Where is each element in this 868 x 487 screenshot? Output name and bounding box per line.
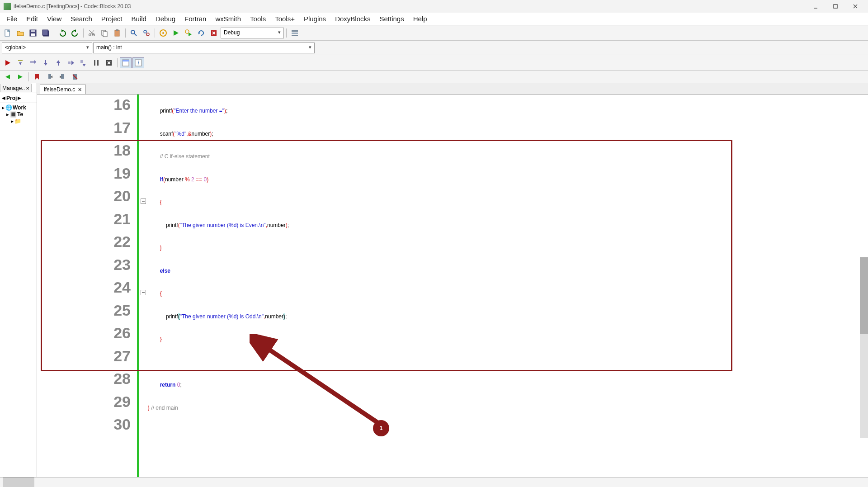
function-select[interactable]: main() : int — [93, 43, 315, 53]
forward-icon[interactable] — [14, 71, 26, 82]
info-icon[interactable]: i — [132, 57, 144, 68]
menu-doxyblocks[interactable]: DoxyBlocks — [330, 13, 375, 24]
menu-project[interactable]: Project — [97, 13, 127, 24]
menu-fortran[interactable]: Fortran — [180, 13, 211, 24]
rebuild-icon[interactable] — [195, 28, 207, 38]
line-number: 25 — [37, 302, 137, 325]
debug-continue-icon[interactable] — [2, 57, 14, 68]
manage-tab[interactable]: Manage..✕ — [0, 84, 32, 92]
code-line[interactable]: } — [148, 324, 868, 347]
code-line[interactable]: // C if-else statement — [148, 142, 868, 165]
menu-view[interactable]: View — [42, 13, 66, 24]
paste-icon[interactable] — [111, 28, 123, 38]
code-line[interactable] — [148, 347, 868, 370]
save-all-icon[interactable] — [40, 28, 52, 38]
svg-marker-11 — [74, 29, 76, 32]
menu-search[interactable]: Search — [66, 13, 97, 24]
minimize-button[interactable] — [807, 1, 825, 11]
find-icon[interactable] — [128, 28, 140, 38]
file-tab[interactable]: ifelseDemo.c ✕ — [40, 85, 86, 94]
back-icon[interactable] — [2, 71, 14, 82]
code-line[interactable]: return 0; — [148, 370, 868, 393]
close-icon[interactable]: ✕ — [78, 87, 82, 93]
prev-bookmark-icon[interactable] — [44, 71, 56, 82]
toolbar-main: Debug — [0, 25, 868, 41]
svg-marker-59 — [18, 75, 23, 79]
next-instr-icon[interactable] — [65, 57, 77, 68]
tree-item[interactable]: ▸📁 — [2, 118, 35, 124]
svg-rect-50 — [97, 60, 99, 66]
management-panel: Manage..✕ ◀ Proj ▶ ▸🌐Work▸🔳Te▸📁 — [0, 83, 37, 477]
close-icon[interactable]: ✕ — [26, 86, 29, 91]
code-line[interactable]: printf("The given number (%d) is Odd.\n"… — [148, 302, 868, 325]
menu-tools[interactable]: Tools — [245, 13, 270, 24]
menu-tools+[interactable]: Tools+ — [270, 13, 299, 24]
stop-debug-icon[interactable] — [103, 57, 115, 68]
step-into-instr-icon[interactable] — [78, 57, 90, 68]
code-editor[interactable]: 161718192021222324252627282930 printf("E… — [37, 95, 868, 477]
projects-tab-label[interactable]: Proj — [6, 95, 17, 101]
debug-windows-icon[interactable] — [120, 57, 132, 68]
next-bookmark-icon[interactable] — [57, 71, 68, 82]
code-line[interactable]: { — [148, 279, 868, 302]
next-line-icon[interactable] — [27, 57, 39, 68]
code-line[interactable]: scanf("%d",&number); — [148, 119, 868, 142]
redo-icon[interactable] — [69, 28, 81, 38]
save-icon[interactable] — [27, 28, 39, 38]
step-out-icon[interactable] — [52, 57, 64, 68]
code-body[interactable]: printf("Enter the number ="); scanf("%d"… — [139, 95, 868, 477]
replace-icon[interactable] — [141, 28, 152, 38]
close-button[interactable] — [846, 1, 864, 11]
svg-rect-49 — [94, 60, 95, 66]
show-options-icon[interactable] — [289, 28, 301, 38]
svg-rect-62 — [48, 74, 51, 79]
svg-marker-10 — [61, 29, 64, 32]
menu-wxsmith[interactable]: wxSmith — [211, 13, 245, 24]
line-number: 22 — [37, 233, 137, 256]
code-line[interactable]: { — [148, 187, 868, 210]
break-icon[interactable] — [90, 57, 102, 68]
chevron-left-icon[interactable]: ◀ — [2, 95, 5, 100]
run-icon[interactable] — [170, 28, 182, 38]
app-icon — [4, 3, 11, 10]
svg-rect-35 — [292, 35, 298, 36]
clear-bookmarks-icon[interactable] — [69, 71, 81, 82]
build-target-select[interactable]: Debug — [221, 28, 284, 38]
menu-settings[interactable]: Settings — [375, 13, 408, 24]
code-line[interactable]: } — [148, 233, 868, 256]
svg-marker-46 — [71, 61, 74, 65]
run-to-cursor-icon[interactable] — [14, 57, 26, 68]
code-line[interactable] — [148, 416, 868, 439]
code-line[interactable]: printf("Enter the number ="); — [148, 96, 868, 119]
new-file-icon[interactable] — [2, 28, 14, 38]
cut-icon[interactable] — [86, 28, 98, 38]
code-line[interactable]: else — [148, 256, 868, 279]
svg-rect-17 — [103, 32, 107, 37]
menu-help[interactable]: Help — [409, 13, 432, 24]
menu-edit[interactable]: Edit — [22, 13, 42, 24]
tree-item[interactable]: ▸🌐Work — [2, 104, 35, 111]
build-icon[interactable] — [157, 28, 169, 38]
code-line[interactable]: printf("The given number (%d) is Even.\n… — [148, 210, 868, 233]
status-tab[interactable] — [3, 477, 34, 487]
undo-icon[interactable] — [57, 28, 68, 38]
menu-bar: FileEditViewSearchProjectBuildDebugFortr… — [0, 13, 868, 25]
code-line[interactable]: } // end main — [148, 393, 868, 416]
menu-build[interactable]: Build — [127, 13, 151, 24]
scope-select[interactable]: <global> — [2, 43, 92, 53]
code-line[interactable]: if(number % 2 == 0) — [148, 165, 868, 188]
chevron-right-icon[interactable]: ▶ — [18, 95, 21, 100]
build-and-run-icon[interactable] — [183, 28, 194, 38]
toggle-bookmark-icon[interactable] — [31, 71, 43, 82]
step-into-icon[interactable] — [40, 57, 52, 68]
project-tree[interactable]: ▸🌐Work▸🔳Te▸📁 — [0, 103, 37, 126]
maximize-button[interactable] — [826, 1, 844, 11]
vertical-scrollbar[interactable] — [860, 95, 868, 477]
open-file-icon[interactable] — [14, 28, 26, 38]
abort-icon[interactable] — [208, 28, 220, 38]
menu-plugins[interactable]: Plugins — [299, 13, 330, 24]
copy-icon[interactable] — [99, 28, 110, 38]
tree-item[interactable]: ▸🔳Te — [2, 111, 35, 118]
menu-debug[interactable]: Debug — [151, 13, 180, 24]
menu-file[interactable]: File — [2, 13, 22, 24]
